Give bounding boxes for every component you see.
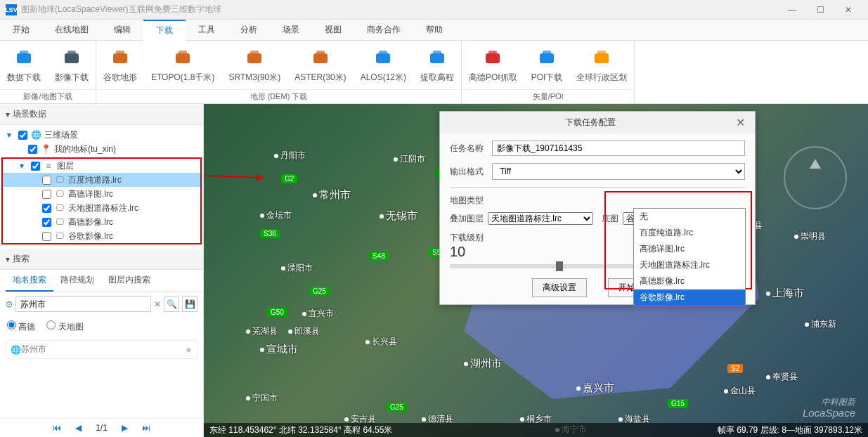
layer-label: 高德详图.lrc xyxy=(68,188,113,200)
prev-page-button[interactable]: ◀ xyxy=(75,423,82,433)
dropdown-option[interactable]: 百度纯道路.lrc xyxy=(634,225,745,241)
search-tab[interactable]: 图层内搜索 xyxy=(101,270,157,292)
layer-checkbox[interactable] xyxy=(42,218,51,227)
advanced-button[interactable]: 高级设置 xyxy=(532,278,587,297)
layer-checkbox[interactable] xyxy=(42,190,51,199)
search-button[interactable]: 🔍 xyxy=(164,296,179,312)
search-input[interactable] xyxy=(15,296,151,312)
data-download-icon xyxy=(13,46,35,69)
alos[interactable]: ALOS(12米) xyxy=(354,41,413,89)
overlay-select[interactable]: 天地图道路标注.lrc xyxy=(488,212,593,225)
layer-item[interactable]: 🖵谷歌影像.lrc xyxy=(3,229,200,243)
etopo-icon xyxy=(171,46,194,69)
search-tab[interactable]: 路径规划 xyxy=(53,270,101,292)
tree-mylandmark[interactable]: 📍 我的地标(tu_xin) xyxy=(0,142,203,156)
road-label: S48 xyxy=(369,252,389,261)
layer-checkbox[interactable] xyxy=(42,176,51,185)
layer-checkbox[interactable] xyxy=(42,204,51,213)
dropdown-option[interactable]: 高德详图.lrc xyxy=(634,241,745,257)
star-icon[interactable]: ★ xyxy=(185,345,193,355)
format-select[interactable]: Tiff xyxy=(492,163,745,180)
city-label: 丹阳市 xyxy=(274,150,306,162)
search-panel-header[interactable]: ▾ 搜索 xyxy=(0,249,203,270)
dropdown-option[interactable]: 天地图道路标注.lrc xyxy=(634,257,745,273)
menu-帮助[interactable]: 帮助 xyxy=(413,20,455,41)
gaode-poi[interactable]: 高德POI抓取 xyxy=(462,41,524,89)
global-admin-icon xyxy=(590,46,613,69)
radio-gaode[interactable]: 高德 xyxy=(7,320,35,333)
svg-rect-19 xyxy=(543,51,551,56)
menu-商务合作[interactable]: 商务合作 xyxy=(354,20,413,41)
road-label: G25 xyxy=(309,287,330,296)
etopo[interactable]: ETOPO(1.8千米) xyxy=(144,41,221,89)
root-checkbox[interactable] xyxy=(18,131,27,140)
layer-item[interactable]: 🖵天地图道路标注.lrc xyxy=(3,201,200,215)
svg-rect-11 xyxy=(316,51,325,56)
layer-item[interactable]: 🖵百度纯道路.lrc xyxy=(3,173,200,187)
poi-download[interactable]: POI下载 xyxy=(524,41,570,89)
alos-icon xyxy=(372,46,394,69)
layer-item[interactable]: 🖵高德详图.lrc xyxy=(3,187,200,201)
menu-视图[interactable]: 视图 xyxy=(312,20,354,41)
pager: ⏮ ◀ 1/1 ▶ ⏭ xyxy=(0,418,203,437)
first-page-button[interactable]: ⏮ xyxy=(53,423,61,433)
clear-icon[interactable]: ✕ xyxy=(154,299,161,309)
compass-icon[interactable] xyxy=(784,146,847,209)
data-download[interactable]: 数据下载 xyxy=(0,41,48,89)
status-fps: 帧率 69.79 层级: 8—地面 397893.12米 xyxy=(718,424,862,436)
save-button[interactable]: 💾 xyxy=(182,296,197,312)
srtm3[interactable]: SRTM3(90米) xyxy=(221,41,287,89)
layer-item[interactable]: 🖵高德影像.lrc xyxy=(3,215,200,229)
city-label: 宁国市 xyxy=(246,392,278,404)
search-tab[interactable]: 地名搜索 xyxy=(6,270,53,292)
last-page-button[interactable]: ⏭ xyxy=(142,423,150,433)
overlay-label: 叠加图层 xyxy=(450,213,484,225)
svg-rect-15 xyxy=(433,51,441,56)
city-label: 郎溪县 xyxy=(288,325,320,337)
city-label: 金山县 xyxy=(724,385,756,397)
globe-icon: 🌐 xyxy=(11,345,21,355)
layers-checkbox[interactable] xyxy=(31,162,40,171)
road-label: S2 xyxy=(727,364,743,373)
maximize-button[interactable]: ☐ xyxy=(806,0,834,20)
road-label: G15 xyxy=(668,399,688,408)
radio-tianditu[interactable]: 天地图 xyxy=(46,320,83,333)
close-button[interactable]: ✕ xyxy=(834,0,862,20)
scene-panel-label: 场景数据 xyxy=(13,108,46,120)
root-label: 三维场景 xyxy=(44,129,78,141)
menu-场景[interactable]: 场景 xyxy=(270,20,312,41)
dropdown-option[interactable]: 高德影像.lrc xyxy=(634,273,745,289)
tree-root[interactable]: ▾ 🌐 三维场景 xyxy=(0,128,203,142)
task-name-input[interactable] xyxy=(492,141,745,156)
landmark-label: 我的地标(tu_xin) xyxy=(54,143,116,155)
svg-rect-3 xyxy=(67,51,76,56)
aster[interactable]: ASTER(30米) xyxy=(287,41,353,89)
tree-layers[interactable]: ▾ ≡ 图层 xyxy=(3,159,200,173)
city-label: 溧阳市 xyxy=(281,262,313,274)
landmark-checkbox[interactable] xyxy=(28,145,37,154)
menu-工具[interactable]: 工具 xyxy=(186,20,228,41)
window-title: 图新地球(LocaSpaceViewer)互联网免费三维数字地球 xyxy=(21,4,778,15)
dialog-close-button[interactable]: ✕ xyxy=(733,116,748,129)
menu-分析[interactable]: 分析 xyxy=(228,20,270,41)
menu-下载[interactable]: 下载 xyxy=(143,20,186,41)
menu-编辑[interactable]: 编辑 xyxy=(101,20,143,41)
next-page-button[interactable]: ▶ xyxy=(122,423,128,433)
menu-开始[interactable]: 开始 xyxy=(0,20,42,41)
global-admin[interactable]: 全球行政区划 xyxy=(569,41,634,89)
extract-elev[interactable]: 提取高程 xyxy=(413,41,461,89)
dropdown-option[interactable]: 无 xyxy=(634,209,745,225)
menu-在线地图[interactable]: 在线地图 xyxy=(42,20,101,41)
google-terrain-icon xyxy=(109,46,131,69)
search-panel-label: 搜索 xyxy=(13,253,30,265)
minimize-button[interactable]: — xyxy=(778,0,806,20)
scene-panel-header[interactable]: ▾ 场景数据 xyxy=(0,104,203,125)
svg-rect-9 xyxy=(250,51,259,56)
google-terrain[interactable]: 谷歌地形 xyxy=(96,41,144,89)
layer-checkbox[interactable] xyxy=(42,232,51,241)
map-viewport[interactable]: 如东县南通市启东县崇明县上海市浦东新奉贤县金山县嘉兴市桐乡市海盐县海宁市德清县安… xyxy=(204,104,868,437)
dialog-titlebar[interactable]: 下载任务配置 ✕ xyxy=(440,112,755,133)
dropdown-option[interactable]: 谷歌影像.lrc xyxy=(634,289,745,306)
search-result[interactable]: 🌐 苏州市 ★ xyxy=(6,340,197,359)
image-download[interactable]: 影像下载 xyxy=(48,41,96,89)
